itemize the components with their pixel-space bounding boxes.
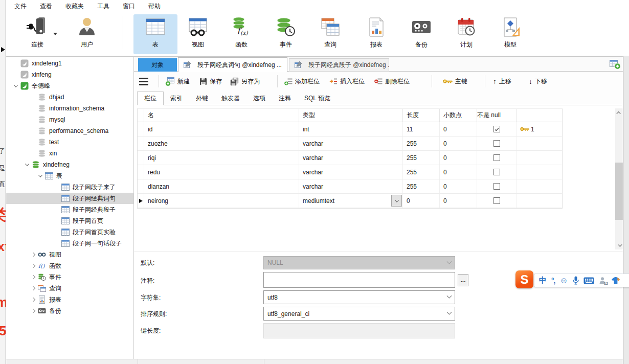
cell-length[interactable]: 255 (403, 179, 440, 193)
menu-help[interactable]: 帮助 (142, 1, 168, 12)
tree-item-table[interactable]: 段子网一句话段子 (6, 238, 133, 249)
collapsed-panel-arrow-icon[interactable] (1, 47, 5, 52)
chevron-right-icon[interactable] (31, 264, 35, 268)
insert-field-button[interactable]: 插入栏位 (329, 76, 365, 87)
cell-length[interactable]: 255 (403, 165, 440, 179)
not-null-checkbox[interactable] (493, 140, 500, 147)
field-row-neirong-selected[interactable]: neirong mediumtext 0 0 (138, 194, 562, 208)
tree-item-database[interactable]: test (6, 136, 133, 148)
ime-sogou-logo[interactable]: S (515, 270, 533, 288)
ime-keyboard-button[interactable] (583, 277, 594, 284)
tree-item-tables-folder[interactable]: 表 (6, 170, 133, 181)
cell-decimals[interactable]: 0 (440, 194, 477, 208)
chevron-right-icon[interactable] (31, 275, 35, 279)
tree-item-database[interactable]: xindefneg (6, 159, 133, 170)
cell-name[interactable]: riqi (144, 151, 299, 165)
ime-emoji-button[interactable]: ☺ (560, 277, 568, 285)
tree-item-connection[interactable]: xindefeng1 (6, 58, 133, 69)
chevron-right-icon[interactable] (31, 298, 35, 302)
functions-button[interactable]: f(x) 函数 (219, 14, 263, 54)
tab-options[interactable]: 选项 (246, 92, 272, 105)
ime-punctuation-toggle[interactable]: °, (551, 277, 555, 285)
tab-sql-preview[interactable]: SQL 预览 (298, 92, 337, 105)
column-header-not-null[interactable]: 不是 null (477, 109, 516, 122)
cell-decimals[interactable]: 0 (440, 179, 477, 193)
cell-name[interactable]: redu (144, 165, 299, 179)
events-button[interactable]: 事件 (264, 14, 308, 54)
tab-objects[interactable]: 对象 (138, 58, 177, 72)
ime-user-button[interactable]: 12 (599, 277, 606, 284)
tree-item-database[interactable]: xin (6, 148, 133, 159)
tab-indexes[interactable]: 索引 (164, 92, 189, 105)
tab-fields[interactable]: 栏位 (137, 92, 164, 105)
tree-item-functions[interactable]: 函数 (6, 260, 133, 271)
tab-table-design-inactive[interactable]: 段子网经典段子 @xindefneg ... (289, 58, 389, 72)
tab-comment[interactable]: 注释 (272, 92, 298, 105)
views-button[interactable]: 视图 (176, 14, 220, 54)
tree-item-table[interactable]: 段子网首页 (6, 215, 133, 226)
queries-button[interactable]: 查询 (308, 14, 352, 54)
new-tab-button[interactable] (610, 58, 623, 71)
tab-foreign-keys[interactable]: 外键 (189, 92, 215, 105)
move-down-button[interactable]: ↓下移 (529, 76, 547, 87)
field-row-riqi[interactable]: riqi varchar 255 0 (138, 151, 562, 165)
field-row-zuozhe[interactable]: zuozhe varchar 255 0 (138, 136, 562, 151)
field-row-id[interactable]: id int 11 0 1 (138, 122, 562, 136)
tree-item-queries[interactable]: 查询 (6, 283, 133, 294)
tree-item-connection[interactable]: xinfeng (6, 69, 133, 80)
cell-name[interactable]: zuozhe (144, 136, 299, 150)
tree-item-table[interactable]: 段子网首页实验 (6, 226, 133, 238)
grid-menu-button[interactable] (139, 76, 148, 87)
tree-item-reports[interactable]: 报表 (6, 294, 133, 305)
tree-item-database[interactable]: information_schema (6, 103, 133, 114)
schedule-button[interactable]: 计划 (444, 14, 488, 54)
not-null-checkbox[interactable] (493, 169, 500, 175)
tree-item-table-selected[interactable]: 段子网经典词句 (6, 193, 133, 204)
scroll-up-button[interactable] (615, 108, 623, 117)
cell-type[interactable]: varchar (299, 165, 403, 179)
grid-vertical-scrollbar[interactable] (615, 108, 623, 249)
tab-triggers[interactable]: 触发器 (215, 92, 246, 105)
chevron-down-icon[interactable] (14, 83, 18, 87)
menu-favorites[interactable]: 收藏夹 (59, 1, 91, 12)
chevron-down-icon[interactable] (38, 173, 42, 177)
cell-length[interactable]: 0 (403, 194, 440, 208)
scroll-down-button[interactable] (615, 241, 623, 249)
move-up-button[interactable]: ↑上移 (493, 76, 511, 87)
column-header-length[interactable]: 长度 (403, 109, 440, 122)
cell-type[interactable]: varchar (299, 151, 403, 165)
chevron-right-icon[interactable] (31, 286, 35, 290)
menu-view[interactable]: 查看 (34, 1, 59, 12)
new-button[interactable]: 新建 (166, 76, 190, 87)
cell-type-editing[interactable]: mediumtext (299, 194, 403, 208)
connection-dropdown-caret[interactable] (53, 33, 57, 35)
cell-name[interactable]: dianzan (144, 179, 299, 193)
scrollbar-thumb[interactable] (615, 163, 623, 220)
user-button[interactable]: 用户 (65, 14, 109, 54)
reports-button[interactable]: 报表 (354, 14, 398, 54)
field-row-dianzan[interactable]: dianzan varchar 255 0 (138, 179, 562, 194)
tree-item-table[interactable]: 段子网经典段子 (6, 204, 133, 215)
menu-tools[interactable]: 工具 (91, 1, 117, 12)
cell-decimals[interactable]: 0 (440, 122, 477, 136)
delete-field-button[interactable]: 删除栏位 (374, 76, 410, 87)
column-header-decimals[interactable]: 小数点 (440, 109, 477, 122)
cell-length[interactable]: 11 (403, 122, 440, 136)
comment-more-button[interactable]: ... (458, 274, 468, 286)
save-button[interactable]: 保存 (199, 76, 222, 87)
cell-decimals[interactable]: 0 (440, 151, 477, 165)
cell-length[interactable]: 255 (403, 151, 440, 165)
field-row-redu[interactable]: redu varchar 255 0 (138, 165, 562, 179)
chevron-right-icon[interactable] (31, 309, 35, 313)
not-null-checkbox[interactable] (493, 197, 500, 204)
charset-select[interactable]: utf8 (263, 290, 455, 304)
backup-button[interactable]: 备份 (399, 14, 443, 54)
comment-input[interactable] (263, 272, 455, 288)
column-header-name[interactable]: 名 (144, 109, 299, 122)
model-button[interactable]: 模型 (488, 14, 532, 54)
collation-select[interactable]: utf8_general_ci (263, 307, 455, 321)
not-null-checkbox[interactable] (493, 183, 500, 190)
menu-file[interactable]: 文件 (8, 1, 34, 12)
not-null-checkbox[interactable] (493, 154, 500, 161)
cell-name[interactable]: neirong (144, 194, 299, 208)
